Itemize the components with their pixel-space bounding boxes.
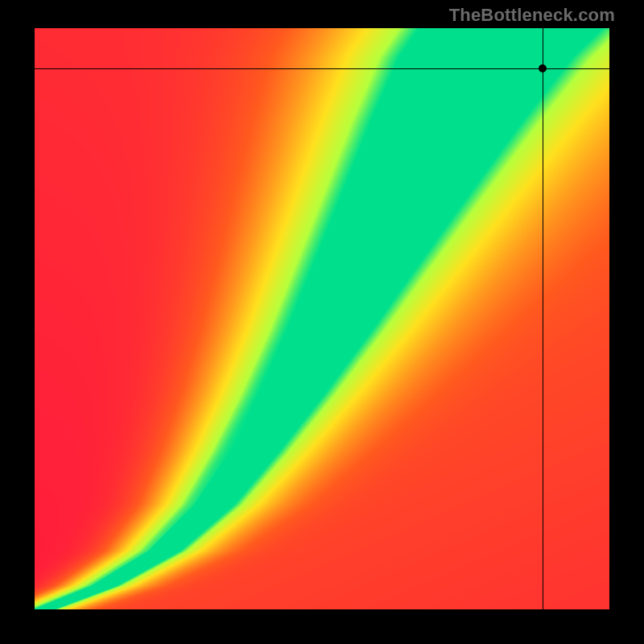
crosshair-horizontal xyxy=(35,68,609,69)
watermark-text: TheBottleneck.com xyxy=(449,5,615,26)
heatmap-plot xyxy=(35,28,609,609)
marker-dot xyxy=(539,64,547,72)
chart-container: TheBottleneck.com xyxy=(0,0,644,644)
heatmap-canvas xyxy=(35,28,609,609)
crosshair-vertical xyxy=(543,28,543,609)
